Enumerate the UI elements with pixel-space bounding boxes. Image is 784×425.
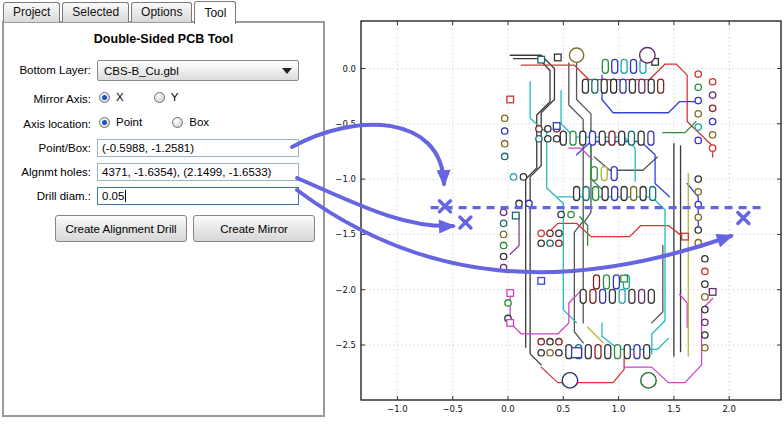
bottom-layer-select[interactable]: CBS-B_Cu.gbl [97, 60, 299, 81]
x-marker-alignment-hole-1 [460, 217, 471, 228]
tab-options[interactable]: Options [131, 2, 192, 22]
y-tick-label: −0.5 [335, 119, 356, 129]
x-tick-label: 1.5 [667, 404, 681, 414]
tab-selected[interactable]: Selected [62, 2, 129, 22]
create-mirror-button[interactable]: Create Mirror [193, 215, 315, 242]
mirror-axis-y-label: Y [171, 91, 179, 103]
axis-location-box-label: Box [189, 116, 209, 128]
drill-diameter-label: Drill diam.: [4, 190, 91, 202]
y-tick-label: −2.5 [335, 340, 356, 350]
tab-bar: Project Selected Options Tool [3, 1, 238, 22]
x-tick-label: 2.0 [722, 404, 736, 414]
axis-location-box-radio[interactable] [172, 117, 183, 128]
x-tick-label: 1.0 [612, 404, 626, 414]
y-tick-label: −2.0 [335, 285, 356, 295]
arrowhead-icon [439, 219, 457, 234]
point-box-input[interactable]: (-0.5988, -1.2581) [97, 139, 299, 157]
page-title: Double-Sided PCB Tool [4, 32, 323, 46]
axis-location-point-label: Point [116, 116, 142, 128]
chevron-down-icon [282, 68, 292, 74]
x-marker-alignment-hole-2 [738, 213, 749, 224]
alignment-holes-label: Algnmt holes: [4, 166, 91, 178]
x-marker-mirror-point [439, 201, 450, 212]
axis-location-label: Axis location: [4, 118, 91, 130]
x-tick-label: −0.5 [442, 404, 463, 414]
y-tick-label: −1.5 [335, 229, 356, 239]
mirror-axis-y-radio[interactable] [154, 92, 165, 103]
drill-diameter-input[interactable]: 0.05 [97, 187, 299, 205]
y-tick-label: −1.0 [335, 174, 356, 184]
arrowhead-icon [715, 228, 736, 247]
mirror-axis-x-label: X [116, 91, 124, 103]
alignment-holes-input[interactable]: 4371, -1.6354), (2.1499, -1.6533) [97, 163, 299, 181]
pcb-artwork [500, 47, 716, 388]
mirror-axis-label: Mirror Axis: [4, 93, 91, 105]
tool-panel: Double-Sided PCB Tool Bottom Layer: CBS-… [2, 21, 325, 417]
alignment-holes-value: 4371, -1.6354), (2.1499, -1.6533) [102, 166, 271, 178]
mirror-axis-x-radio[interactable] [99, 92, 110, 103]
mirror-axis-radiogroup: X Y [99, 91, 178, 103]
create-alignment-drill-button[interactable]: Create Alignment Drill [55, 215, 187, 242]
x-tick-label: −1.0 [387, 404, 408, 414]
text-caret [125, 190, 126, 202]
y-tick-label: 0.0 [342, 64, 356, 74]
tab-project[interactable]: Project [3, 2, 60, 22]
bottom-layer-label: Bottom Layer: [4, 64, 91, 76]
point-box-value: (-0.5988, -1.2581) [102, 142, 194, 154]
drill-diameter-value: 0.05 [102, 190, 124, 202]
x-tick-label: 0.0 [501, 404, 515, 414]
axis-location-point-radio[interactable] [99, 117, 110, 128]
annotation-arrow-3 [297, 190, 731, 272]
axis-location-radiogroup: Point Box [99, 116, 209, 128]
x-tick-label: 0.5 [557, 404, 571, 414]
bottom-layer-value: CBS-B_Cu.gbl [104, 65, 282, 77]
tab-tool[interactable]: Tool [194, 1, 236, 24]
arrowhead-icon [437, 170, 451, 187]
point-box-label: Point/Box: [4, 142, 91, 154]
